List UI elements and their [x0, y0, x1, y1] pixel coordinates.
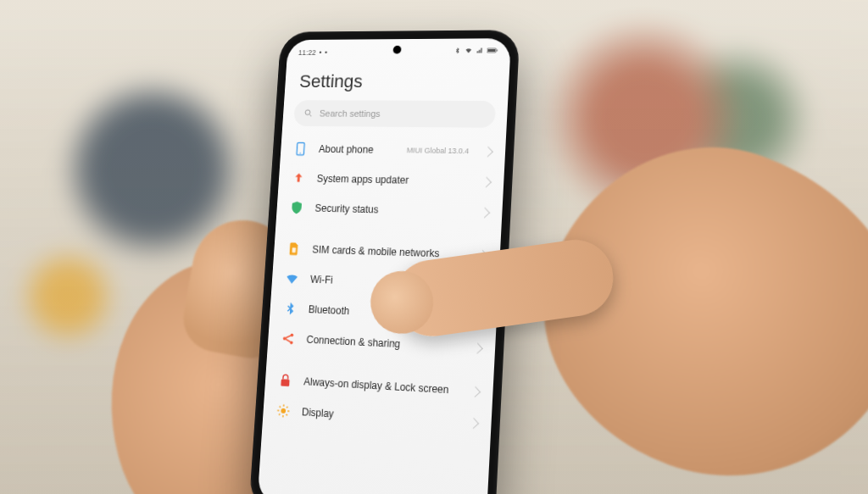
settings-row-label: Display: [302, 406, 459, 429]
wifi-status-icon: [465, 47, 473, 56]
signal-status-icon: [476, 47, 483, 56]
chevron-right-icon: [482, 146, 493, 157]
svg-rect-1: [487, 49, 495, 52]
sim-icon: [287, 241, 302, 257]
svg-line-17: [280, 406, 281, 408]
settings-row-about[interactable]: About phoneMIUI Global 13.0.4: [280, 134, 506, 167]
wifi-icon: [285, 271, 300, 286]
shield-icon: [289, 200, 304, 215]
bluetooth-icon: [282, 301, 298, 316]
chevron-right-icon: [472, 342, 483, 353]
svg-point-3: [305, 110, 310, 115]
arrow-up-icon: [291, 171, 306, 186]
svg-line-19: [287, 407, 288, 408]
settings-row-label: Connection & sharing: [306, 333, 462, 353]
search-icon: [303, 108, 314, 119]
phone-icon: [293, 142, 309, 157]
chevron-right-icon: [479, 207, 490, 218]
settings-row-label: Security status: [314, 202, 470, 218]
svg-rect-2: [497, 50, 498, 52]
settings-row-label: System apps updater: [316, 172, 470, 187]
page-title: Settings: [284, 59, 509, 101]
chevron-right-icon: [470, 386, 481, 397]
svg-line-20: [279, 414, 281, 415]
settings-row-label: About phone: [319, 143, 396, 157]
svg-point-6: [300, 153, 301, 153]
search-placeholder: Search settings: [320, 108, 381, 119]
svg-rect-11: [281, 379, 289, 386]
settings-row-label: Always-on display & Lock screen: [303, 375, 460, 397]
notification-dot-icon: •: [319, 48, 322, 57]
chevron-right-icon: [468, 417, 479, 428]
chevron-right-icon: [481, 176, 492, 187]
lock-icon: [278, 373, 293, 389]
search-input[interactable]: Search settings: [293, 100, 496, 128]
settings-row-value: MIUI Global 13.0.4: [406, 146, 469, 155]
photo-background: 11:22 • •: [0, 0, 868, 494]
status-time: 11:22: [298, 48, 316, 57]
settings-row-security[interactable]: Security status: [276, 192, 504, 228]
bluetooth-status-icon: [453, 47, 461, 56]
notification-dot-icon: •: [325, 48, 328, 57]
svg-rect-7: [292, 247, 296, 253]
svg-line-4: [309, 114, 311, 116]
svg-point-12: [281, 408, 286, 414]
share-icon: [281, 330, 296, 347]
sun-icon: [275, 402, 291, 419]
settings-row-updater[interactable]: System apps updater: [278, 164, 504, 197]
battery-status-icon: [487, 47, 498, 56]
camera-punch-hole: [392, 46, 401, 54]
svg-line-18: [286, 414, 287, 416]
